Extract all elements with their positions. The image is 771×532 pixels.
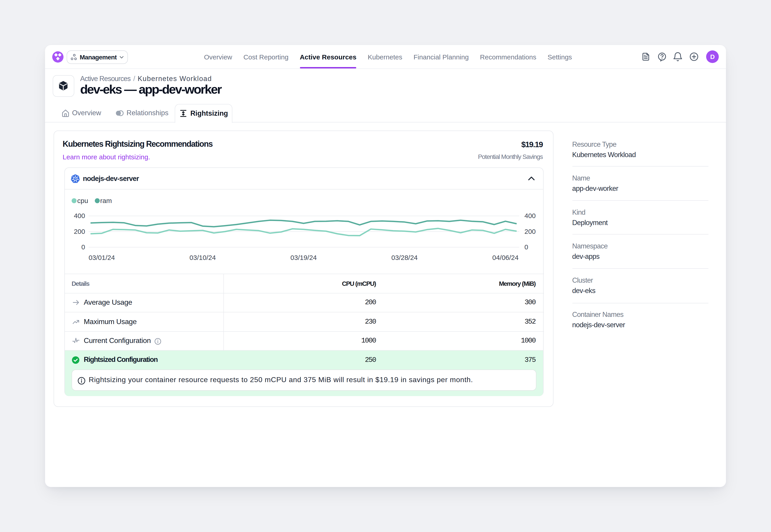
- svg-text:03/01/24: 03/01/24: [88, 254, 115, 261]
- svg-text:400: 400: [74, 212, 85, 219]
- svg-text:03/10/24: 03/10/24: [190, 254, 216, 261]
- svg-text:0: 0: [81, 243, 85, 251]
- svg-text:03/19/24: 03/19/24: [290, 254, 317, 261]
- svg-text:0: 0: [525, 243, 528, 251]
- svg-text:200: 200: [74, 228, 85, 235]
- svg-text:03/28/24: 03/28/24: [392, 254, 418, 261]
- svg-text:04/06/24: 04/06/24: [492, 254, 519, 261]
- svg-text:400: 400: [525, 212, 536, 219]
- svg-text:200: 200: [525, 228, 536, 235]
- svg-text:ram: ram: [100, 197, 112, 204]
- svg-text:cpu: cpu: [77, 197, 88, 204]
